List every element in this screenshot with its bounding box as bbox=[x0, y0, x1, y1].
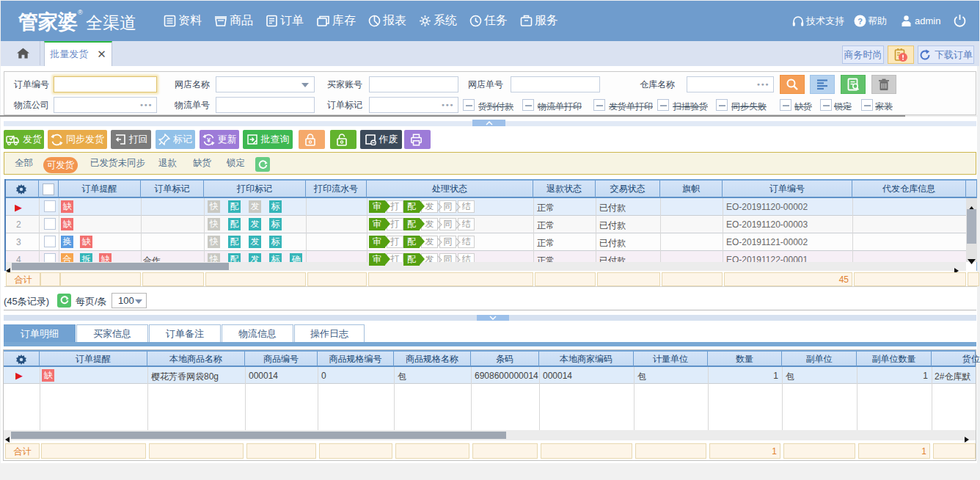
svg-text:?: ? bbox=[858, 17, 863, 26]
svg-text:¥: ¥ bbox=[206, 136, 210, 143]
